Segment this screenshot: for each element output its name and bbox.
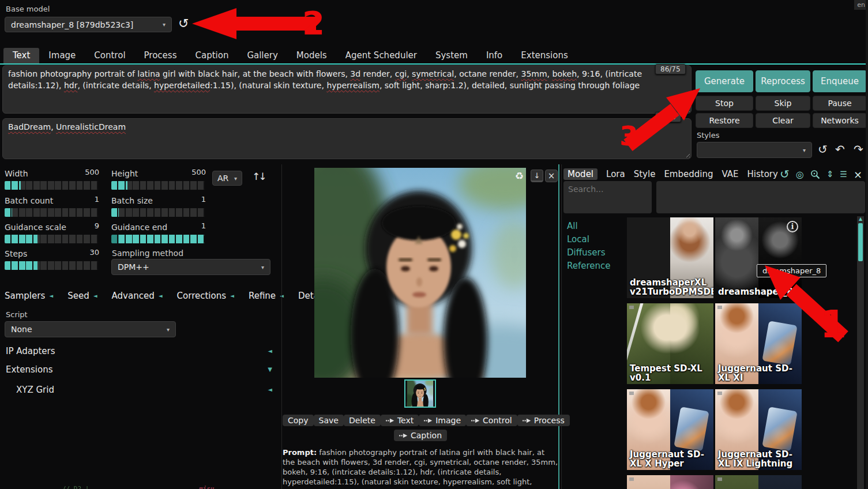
log-text: // D2 |: [62, 485, 89, 489]
model-card-partial[interactable]: [627, 475, 713, 489]
slider-track[interactable]: [111, 181, 205, 190]
send-to-text-button[interactable]: Text: [381, 415, 419, 426]
save-button[interactable]: Save: [314, 415, 344, 426]
slider-track[interactable]: [5, 181, 98, 190]
networks-tab-model[interactable]: Model: [563, 168, 598, 180]
enqueue-button[interactable]: Enqueue: [813, 70, 867, 92]
thumbnail[interactable]: [404, 379, 436, 408]
networks-tab-embedding[interactable]: Embedding: [664, 169, 713, 179]
copy-button[interactable]: Copy: [283, 415, 314, 426]
negative-prompt-input[interactable]: BadDream, UnrealisticDream: [2, 118, 692, 159]
collapse-arrow-icon[interactable]: ◄: [268, 386, 272, 393]
slider-track[interactable]: [5, 235, 98, 243]
send-to-control-button[interactable]: Control: [466, 415, 517, 426]
category-diffusers[interactable]: Diffusers: [567, 246, 611, 259]
card-corner-mark: [717, 477, 722, 481]
search-icon[interactable]: [810, 170, 820, 179]
slider-track[interactable]: [5, 261, 98, 270]
model-card-juggernaut-sd-xl-x-hyper[interactable]: Juggernaut SD-XL X Hyper: [627, 389, 713, 470]
model-card-dreamshaper-8[interactable]: idreamshaper_8: [715, 217, 802, 298]
category-reference[interactable]: Reference: [567, 259, 611, 273]
sampling-method-select[interactable]: DPM++ ▾: [111, 259, 270, 275]
download-button[interactable]: ↓: [531, 170, 543, 182]
accordion-seed[interactable]: Seed◄: [67, 291, 97, 301]
stop-button[interactable]: Stop: [696, 96, 753, 111]
slider-track[interactable]: [111, 235, 205, 243]
generated-image[interactable]: [314, 168, 526, 378]
tab-text[interactable]: Text: [3, 48, 39, 63]
send-to-process-button[interactable]: Process: [517, 415, 570, 426]
tab-process[interactable]: Process: [135, 48, 186, 63]
slider-track[interactable]: [111, 208, 205, 217]
menu-icon[interactable]: ☰: [840, 170, 847, 179]
expand-arrow-icon[interactable]: ▼: [268, 366, 272, 373]
model-card-juggernaut-sd-xl-ix-lightning[interactable]: Juggernaut SD-XL IX Lightning: [715, 389, 802, 470]
undo-icon[interactable]: ↶: [835, 142, 845, 156]
networks-tab-vae[interactable]: VAE: [722, 169, 738, 179]
model-card-dreamshaperxl-v21turbodpmsde[interactable]: dreamshaperXL v21TurboDPMSDE: [627, 217, 713, 298]
restore-button[interactable]: Restore: [696, 113, 753, 128]
networks-tab-lora[interactable]: Lora: [606, 169, 625, 179]
networks-tab-history[interactable]: History: [747, 169, 778, 179]
section-ip-adapters[interactable]: IP Adapters ◄: [6, 346, 272, 356]
styles-refresh-icon[interactable]: ↺: [818, 142, 828, 156]
accordion-corrections[interactable]: Corrections◄: [177, 291, 234, 301]
prompt-input[interactable]: fashion photography portrait of latina g…: [2, 65, 692, 114]
section-xyz-grid[interactable]: XYZ Grid ◄: [16, 385, 272, 395]
script-select[interactable]: None ▾: [5, 321, 176, 337]
slider-track[interactable]: [5, 208, 98, 217]
collapse-arrow-icon[interactable]: ◄: [268, 348, 272, 354]
clear-button[interactable]: Clear: [756, 113, 810, 128]
networks-button[interactable]: Networks: [813, 113, 867, 128]
tab-image[interactable]: Image: [39, 48, 85, 63]
tab-gallery[interactable]: Gallery: [238, 48, 287, 63]
model-card-juggernaut-sd-xl-xi[interactable]: Juggernaut SD-XL XI: [715, 303, 802, 384]
scrollbar-track[interactable]: ▲: [857, 216, 864, 489]
model-card-tempest-sd-xl-v0-1[interactable]: Tempest SD-XL v0.1: [627, 303, 713, 384]
model-card-name: Juggernaut SD-XL XI: [718, 364, 800, 382]
skip-button[interactable]: Skip: [756, 96, 810, 111]
section-extensions[interactable]: Extensions ▼: [6, 364, 272, 375]
tab-agent-scheduler[interactable]: Agent Scheduler: [336, 48, 426, 63]
info-icon[interactable]: i: [787, 221, 798, 232]
swap-dimensions-icon[interactable]: ↑↓: [252, 171, 265, 182]
aspect-ratio-select[interactable]: AR ▾: [212, 171, 242, 186]
updown-icon[interactable]: ⇕: [826, 169, 834, 179]
accordion-advanced[interactable]: Advanced◄: [112, 291, 163, 301]
tab-extensions[interactable]: Extensions: [512, 48, 577, 63]
tab-control[interactable]: Control: [85, 48, 134, 63]
network-description-box[interactable]: [656, 181, 865, 213]
scroll-up-icon[interactable]: ▲: [857, 216, 864, 222]
target-icon[interactable]: ◎: [796, 169, 804, 180]
dash-arrow-icon: [523, 417, 531, 424]
send-to-caption-button[interactable]: Caption: [394, 430, 447, 441]
styles-select[interactable]: ▾: [697, 142, 812, 158]
network-search-input[interactable]: [563, 181, 652, 213]
refresh-icon[interactable]: ↺: [780, 167, 790, 181]
delete-button[interactable]: Delete: [344, 415, 381, 426]
tab-caption[interactable]: Caption: [186, 48, 238, 63]
model-card-partial[interactable]: [715, 475, 802, 489]
scrollbar-thumb[interactable]: [858, 223, 863, 261]
networks-tab-style[interactable]: Style: [634, 169, 656, 179]
tab-system[interactable]: System: [426, 48, 477, 63]
accordion-row: Samplers◄Seed◄Advanced◄Corrections◄Refin…: [5, 291, 341, 301]
button-label: Control: [483, 416, 512, 425]
slider-fill: [5, 208, 12, 217]
close-icon[interactable]: ×: [854, 168, 862, 180]
accordion-refine[interactable]: Refine◄: [249, 291, 284, 301]
close-icon[interactable]: ×: [545, 170, 558, 182]
tab-models[interactable]: Models: [287, 48, 336, 63]
redo-icon[interactable]: ↷: [854, 142, 863, 156]
tab-info[interactable]: Info: [477, 48, 512, 63]
base-model-refresh-icon[interactable]: ↺: [178, 16, 189, 31]
base-model-select[interactable]: dreamshaper_8 [879db523c3] ▾: [5, 17, 172, 32]
send-to-image-button[interactable]: Image: [419, 415, 466, 426]
category-all[interactable]: All: [567, 220, 611, 233]
accordion-samplers[interactable]: Samplers◄: [5, 291, 53, 301]
reprocess-button[interactable]: Reprocess: [756, 70, 810, 92]
pause-button[interactable]: Pause: [813, 96, 867, 111]
recycle-icon[interactable]: ♻: [515, 170, 524, 182]
category-local[interactable]: Local: [567, 233, 611, 246]
generate-button[interactable]: Generate: [696, 70, 753, 92]
